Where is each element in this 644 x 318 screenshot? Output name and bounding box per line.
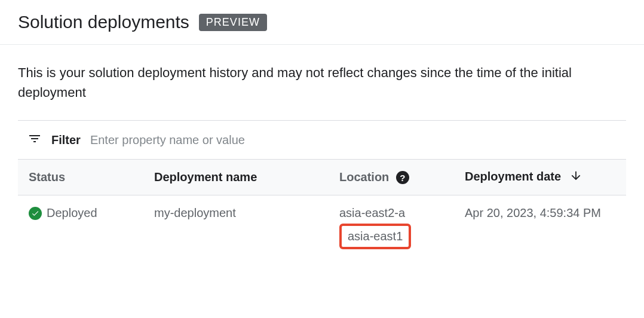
page-description: This is your solution deployment history… <box>0 45 644 120</box>
location-primary: asia-east2-a <box>339 206 443 220</box>
cell-name: my-deployment <box>143 195 329 261</box>
deployments-table: Status Deployment name Location ? Deploy… <box>18 159 626 260</box>
location-secondary: asia-east1 <box>348 230 403 243</box>
page-title: Solution deployments <box>18 12 189 32</box>
cell-status: Deployed <box>18 195 143 261</box>
preview-badge: PREVIEW <box>199 14 267 31</box>
filter-label: Filter <box>51 133 81 147</box>
table-row[interactable]: Deployed my-deployment asia-east2-a asia… <box>18 195 626 261</box>
col-header-location-label: Location <box>339 170 389 184</box>
col-header-date[interactable]: Deployment date <box>454 160 626 195</box>
col-header-status[interactable]: Status <box>18 160 143 195</box>
sort-descending-icon <box>569 169 582 185</box>
location-highlight: asia-east1 <box>339 224 411 249</box>
col-header-date-label: Deployment date <box>465 170 561 183</box>
status-text: Deployed <box>47 206 97 220</box>
col-header-name[interactable]: Deployment name <box>143 160 329 195</box>
filter-input[interactable] <box>90 133 617 147</box>
table-header-row: Status Deployment name Location ? Deploy… <box>18 160 626 195</box>
check-circle-icon <box>29 207 42 220</box>
filter-bar: Filter <box>18 121 626 159</box>
cell-location: asia-east2-a asia-east1 <box>329 195 454 261</box>
cell-date: Apr 20, 2023, 4:59:34 PM <box>454 195 626 261</box>
help-icon[interactable]: ? <box>396 171 409 184</box>
filter-icon[interactable] <box>27 132 42 148</box>
col-header-location[interactable]: Location ? <box>329 160 454 195</box>
